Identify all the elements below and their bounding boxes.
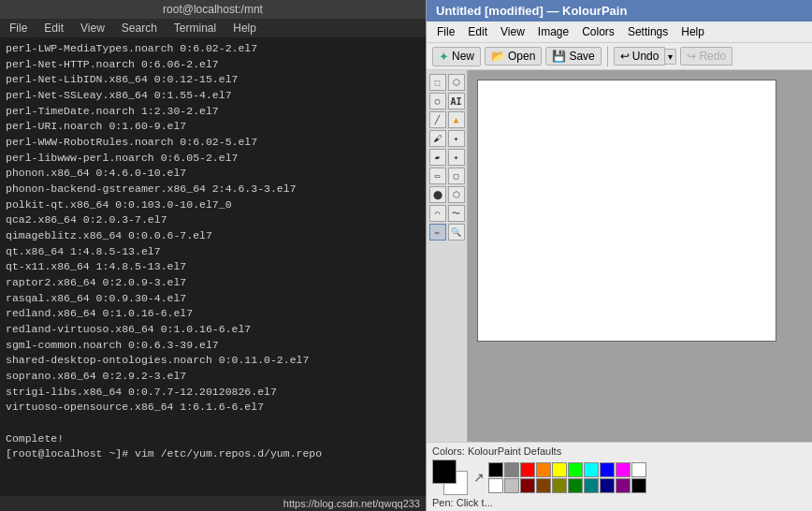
line-tool[interactable]: ╱ [429,111,446,128]
terminal-menu-file[interactable]: File [7,21,29,36]
palette-cell-cyan[interactable] [584,462,599,477]
terminal-line: strigi-libs.x86_64 0:0.7.7-12.20120826.e… [6,385,420,401]
kp-menu-colors[interactable]: Colors [577,23,619,40]
new-label: New [452,50,474,63]
undo-label: Undo [632,50,660,63]
selection-ellipse-tool[interactable]: ◯ [429,93,446,110]
tool-row-1: ⬚ ⬡ [429,74,465,91]
kp-menu-view[interactable]: View [496,23,529,40]
palette-cell-white[interactable] [631,462,646,477]
save-button[interactable]: 💾 Save [545,47,601,66]
palette-cell-orange[interactable] [536,462,551,477]
kolourpaint-window: Untitled [modified] — KolourPain File Ed… [426,0,812,511]
palette-cell-brown[interactable] [536,478,551,493]
pen-tool[interactable]: ✏ [429,224,446,241]
kp-colors-label: Colors: KolourPaint Defaults [432,445,806,457]
kp-tools-panel: ⬚ ⬡ ◯ AI ╱ ▲ 🖌 ✦ ▰ ✦ ▭ ▢ [427,70,468,442]
palette-cell-magenta[interactable] [616,462,631,477]
terminal-content: perl-LWP-MediaTypes.noarch 0:6.02-2.el7 … [0,37,426,496]
kp-palette [488,462,646,493]
new-icon: ✦ [439,50,449,64]
palette-cell-purple[interactable] [616,478,631,493]
ellipse-tool[interactable]: ⬤ [429,186,446,203]
tool-row-5: ▰ ✦ [429,149,465,166]
terminal-menubar: File Edit View Search Terminal Help [0,19,426,37]
terminal-line-prompt: [root@localhost ~]# vim /etc/yum.repos.d… [6,446,420,462]
new-button[interactable]: ✦ New [432,47,481,66]
selection-free-tool[interactable]: ⬡ [448,74,465,91]
curve-tool[interactable]: ⌒ [429,205,446,222]
terminal-line: phonon.x86_64 0:4.6.0-10.el7 [6,166,420,182]
terminal-menu-terminal[interactable]: Terminal [172,21,218,36]
terminal-line: qimageblitz.x86_64 0:0.0.6-7.el7 [6,228,420,244]
palette-cell-lightgray[interactable] [504,478,519,493]
kp-menu-help[interactable]: Help [676,23,709,40]
palette-cell-yellow[interactable] [552,462,567,477]
color-picker-tool[interactable]: ▰ [429,149,446,166]
terminal-line: qt-x11.x86_64 1:4.8.5-13.el7 [6,259,420,275]
terminal-menu-edit[interactable]: Edit [42,21,65,36]
terminal-line: polkit-qt.x86_64 0:0.103.0-10.el7_0 [6,197,420,213]
eraser-tool[interactable]: ✦ [448,149,465,166]
terminal-line: raptor2.x86_64 0:2.0.9-3.el7 [6,275,420,291]
kp-body: ⬚ ⬡ ◯ AI ╱ ▲ 🖌 ✦ ▰ ✦ ▭ ▢ [427,70,812,442]
kp-foreground-color[interactable] [432,460,457,484]
kp-menu-image[interactable]: Image [533,23,573,40]
palette-cell-darkgray[interactable] [504,462,519,477]
brush-tool[interactable]: 🖌 [429,130,446,147]
tool-row-4: 🖌 ✦ [429,130,465,147]
color-swap-arrow[interactable]: ↗ [473,470,485,485]
undo-group: ↩ Undo ▾ [614,47,677,66]
kp-menu-file[interactable]: File [432,23,459,40]
kp-canvas-area[interactable] [468,70,812,442]
zoom-tool[interactable]: 🔍 [448,224,465,241]
undo-dropdown-button[interactable]: ▾ [665,49,676,65]
palette-cell-red[interactable] [520,462,535,477]
terminal-url: https://blog.csdn.net/qwqq233 [283,498,420,509]
rounded-rect-tool[interactable]: ▢ [448,168,465,184]
rect-tool[interactable]: ▭ [429,168,446,184]
tool-row-3: ╱ ▲ [429,111,465,128]
kp-color-preview [432,460,468,495]
kp-canvas[interactable] [477,80,776,342]
polygon-tool[interactable]: ⬡ [448,186,465,203]
terminal-menu-help[interactable]: Help [231,21,258,36]
redo-button[interactable]: ↪ Redo [680,47,732,66]
terminal-line: qca2.x86_64 0:2.0.3-7.el7 [6,212,420,228]
freehand-tool[interactable]: 〜 [448,205,465,222]
undo-button[interactable]: ↩ Undo [614,47,666,66]
palette-cell-blue[interactable] [600,462,615,477]
redo-group: ↪ Redo [680,47,732,66]
palette-cell-darkred[interactable] [520,478,535,493]
text-tool[interactable]: AI [448,93,465,110]
terminal-titlebar: root@localhost:/mnt [0,0,426,19]
kp-menu-settings[interactable]: Settings [623,23,673,40]
open-button[interactable]: 📂 Open [485,47,542,66]
palette-cell-darkgreen[interactable] [568,478,583,493]
terminal-menu-view[interactable]: View [79,21,107,36]
palette-cell-black2[interactable] [631,478,646,493]
terminal-line: qt.x86_64 1:4.8.5-13.el7 [6,244,420,260]
terminal-line: perl-libwww-perl.noarch 0:6.05-2.el7 [6,151,420,167]
open-label: Open [508,50,535,63]
terminal-menu-search[interactable]: Search [120,21,159,36]
palette-cell-olive[interactable] [552,478,567,493]
terminal-line: redland-virtuoso.x86_64 0:1.0.16-6.el7 [6,322,420,338]
tool-row-6: ▭ ▢ [429,168,465,184]
palette-cell-black[interactable] [488,462,503,477]
kp-menu-edit[interactable]: Edit [463,23,492,40]
save-label: Save [569,50,594,63]
palette-cell-teal[interactable] [584,478,599,493]
palette-cell-navy[interactable] [600,478,615,493]
undo-icon: ↩ [620,50,630,63]
terminal-line-complete: Complete! [6,431,420,447]
terminal-line: rasqal.x86_64 0:0.9.30-4.el7 [6,291,420,307]
terminal-title: root@localhost:/mnt [163,3,263,16]
selection-rect-tool[interactable]: ⬚ [429,74,446,91]
terminal-line: shared-desktop-ontologies.noarch 0:0.11.… [6,353,420,369]
terminal-line: sgml-common.noarch 0:0.6.3-39.el7 [6,338,420,354]
palette-cell-white2[interactable] [488,478,503,493]
airbrush-tool[interactable]: ✦ [448,130,465,147]
fill-tool[interactable]: ▲ [448,111,465,128]
palette-cell-green[interactable] [568,462,583,477]
